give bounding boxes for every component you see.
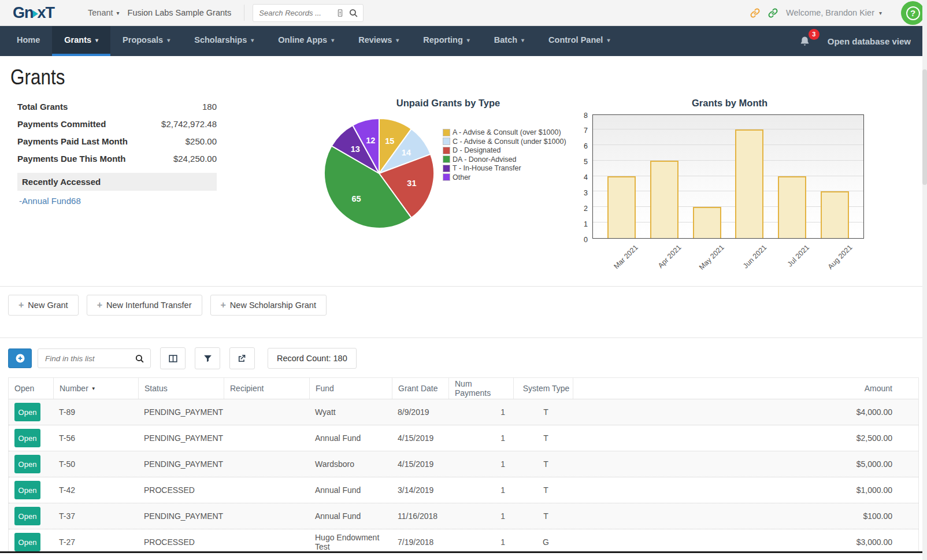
new-scholarship-grant-label: New Scholarship Grant [230,301,316,310]
app-logo[interactable]: GnxT [13,4,54,22]
legend-item: DA - Donor-Advised [443,155,566,164]
global-search-input[interactable] [258,8,336,18]
table-row: OpenT-37PENDING_PAYMENTAnnual Fund11/16/… [9,503,918,529]
cell-fund: Annual Fund [309,431,392,445]
x-tick: Aug 2021 [821,239,850,275]
nav-item-reporting[interactable]: Reporting▾ [411,26,482,56]
cell-grant-date: 4/15/2019 [392,431,448,445]
cell-num-payments: 1 [448,405,513,419]
pie-chart-block: Unpaid Grants by Type 151431651312 A - A… [322,93,574,230]
cell-status: PROCESSED [138,483,224,497]
add-record-button[interactable] [8,348,32,368]
new-grant-button[interactable]: + New Grant [8,295,79,316]
chevron-down-icon: ▾ [396,37,399,43]
new-interfund-transfer-button[interactable]: + New Interfund Transfer [87,295,202,316]
columns-button[interactable] [160,347,186,369]
nav-item-proposals[interactable]: Proposals▾ [110,26,182,56]
column-header-label: Amount [865,384,892,393]
nav-item-batch[interactable]: Batch▾ [482,26,536,56]
columns-icon [168,353,179,364]
cell-number: T-56 [53,431,138,445]
find-in-list-input[interactable] [44,354,135,364]
help-button[interactable]: ? [901,1,925,25]
recently-accessed-header: Recently Accessed [17,173,217,191]
column-header-amount[interactable]: Amount [573,378,918,399]
link-icon-orange[interactable] [750,8,760,18]
x-tick-label: Aug 2021 [826,243,854,271]
column-header-status[interactable]: Status [138,378,224,399]
stat-label: Payments Paid Last Month [17,136,128,146]
cell-system-type: T [513,483,573,497]
recently-accessed-link[interactable]: -Annual Fund68 [19,196,81,206]
open-record-button[interactable]: Open [14,403,40,421]
chevron-down-icon: ▾ [467,37,470,43]
action-buttons: + New Grant + New Interfund Transfer + N… [0,287,927,322]
column-header-num-payments[interactable]: Num Payments [448,378,513,399]
cell-number: T-42 [53,483,138,497]
nav-item-online-apps[interactable]: Online Apps▾ [266,26,346,56]
column-header-label: System Type [523,384,570,393]
bar [650,161,678,238]
scrollbar-thumb[interactable] [922,69,927,185]
page-scrollbar[interactable] [922,0,927,560]
notifications-button[interactable]: 3 [799,36,810,47]
nav-item-scholarships[interactable]: Scholarships▾ [182,26,266,56]
cell-status: PROCESSED [138,535,224,549]
nav-item-control-panel[interactable]: Control Panel▾ [536,26,622,56]
column-header-label: Num Payments [455,379,505,398]
column-header-recipient[interactable]: Recipient [224,378,309,399]
open-record-button[interactable]: Open [14,533,40,551]
x-tick-label: May 2021 [698,243,726,272]
column-header-system-type[interactable]: System Type [513,378,573,399]
cell-system-type: T [513,405,573,419]
x-tick-label: Jul 2021 [786,243,811,268]
open-database-view-link[interactable]: Open database view [828,36,911,46]
cell-amount: $2,500.00 [573,431,918,445]
pie-slice-label: 13 [351,144,360,154]
column-header-number[interactable]: Number▼ [53,378,138,399]
stats-panel: Total Grants180Payments Committed$2,742,… [17,98,217,206]
legend-swatch [443,138,450,145]
legend-item: A - Advise & Consult (over $1000) [443,128,566,136]
open-record-button[interactable]: Open [14,481,40,499]
link-icon-green[interactable] [768,8,778,18]
nav-item-home[interactable]: Home [5,26,52,56]
stat-row: Payments Committed$2,742,972.48 [17,115,217,132]
cell-grant-date: 3/14/2019 [392,483,448,497]
user-menu[interactable]: Welcome, Brandon Kier ▾ [786,8,882,17]
column-header-open[interactable]: Open [9,378,53,399]
open-record-button[interactable]: Open [14,507,40,525]
cell-grant-date: 8/9/2019 [392,405,448,419]
search-icon[interactable] [135,354,144,364]
bell-icon [799,36,810,47]
cell-num-payments: 1 [448,483,513,497]
new-scholarship-grant-button[interactable]: + New Scholarship Grant [210,295,327,316]
nav-item-reviews[interactable]: Reviews▾ [346,26,411,56]
export-button[interactable] [229,347,255,369]
column-header-label: Fund [316,384,334,393]
bar [821,191,849,238]
column-header-fund[interactable]: Fund [309,378,392,399]
main-nav: HomeGrants▾Proposals▾Scholarships▾Online… [0,26,927,56]
open-record-button[interactable]: Open [14,455,40,473]
cell-number: T-37 [53,509,138,523]
column-header-grant-date[interactable]: Grant Date [392,378,448,399]
cell-recipient [224,540,309,544]
y-tick-label: 0 [576,236,588,244]
legend-swatch [443,147,450,154]
column-header-label: Open [14,384,34,393]
find-in-list[interactable] [38,348,151,368]
tenant-dropdown[interactable]: Tenant ▾ [88,8,120,17]
open-record-button[interactable]: Open [14,429,40,447]
filter-button[interactable] [195,347,220,369]
new-interfund-transfer-label: New Interfund Transfer [106,301,192,310]
nav-item-grants[interactable]: Grants▾ [52,26,110,56]
chevron-down-icon: ▾ [117,10,120,16]
below-viewport [0,553,927,560]
filter-icon [203,354,213,364]
stats-rows: Total Grants180Payments Committed$2,742,… [17,98,217,167]
cell-grant-date: 7/19/2018 [392,535,448,549]
search-icon[interactable] [348,8,358,18]
cell-recipient [224,488,309,492]
global-search[interactable] [253,4,364,22]
